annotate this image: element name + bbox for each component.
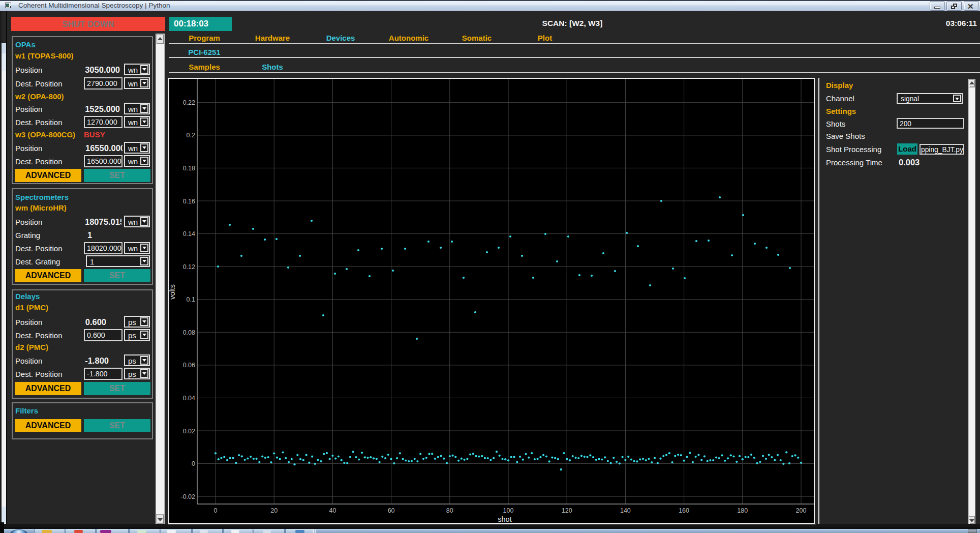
svg-text:0.14: 0.14 (183, 230, 195, 238)
svg-text:0.18: 0.18 (183, 165, 195, 172)
svg-text:shot: shot (498, 515, 511, 523)
svg-text:80: 80 (446, 507, 453, 514)
svg-text:40: 40 (329, 507, 336, 514)
svg-text:180: 180 (737, 507, 748, 514)
svg-text:0.16: 0.16 (183, 198, 195, 205)
svg-text:-0.02: -0.02 (181, 493, 196, 500)
svg-text:140: 140 (620, 507, 631, 514)
svg-text:0.04: 0.04 (183, 395, 195, 402)
svg-text:120: 120 (562, 507, 572, 514)
svg-text:0.1: 0.1 (187, 296, 195, 303)
svg-text:160: 160 (679, 507, 689, 514)
svg-text:0.12: 0.12 (183, 263, 195, 271)
svg-text:60: 60 (388, 507, 395, 514)
svg-text:200: 200 (796, 507, 807, 514)
svg-text:100: 100 (503, 507, 514, 514)
svg-text:volts: volts (169, 284, 176, 300)
svg-text:0.02: 0.02 (183, 428, 195, 435)
svg-text:0.06: 0.06 (183, 362, 195, 369)
svg-text:0: 0 (214, 507, 218, 514)
svg-text:0.22: 0.22 (183, 99, 195, 106)
svg-text:0: 0 (192, 460, 195, 467)
svg-text:0.08: 0.08 (183, 329, 195, 336)
svg-text:0.2: 0.2 (187, 132, 195, 139)
svg-text:20: 20 (270, 507, 278, 514)
